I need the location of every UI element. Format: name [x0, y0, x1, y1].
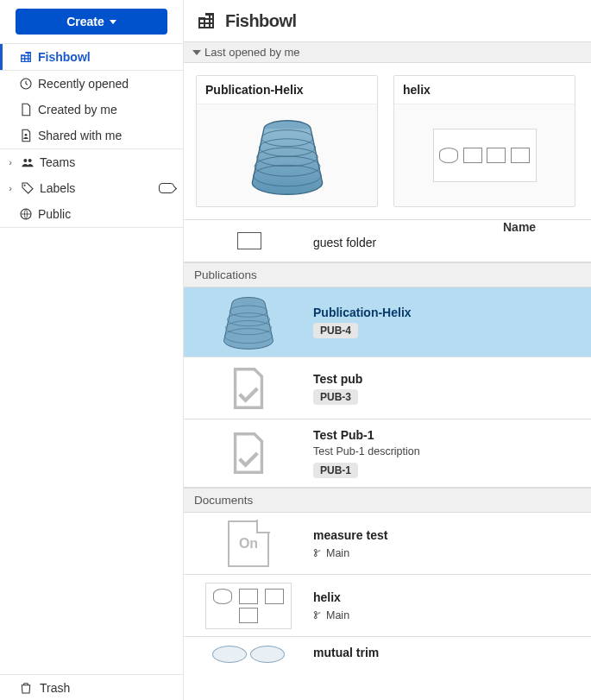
- list-row-folder[interactable]: guest folder: [184, 220, 591, 262]
- helix-icon: [231, 115, 343, 197]
- sidebar-item-label: Shared with me: [38, 129, 122, 142]
- svg-point-18: [314, 554, 317, 557]
- svg-point-17: [314, 549, 317, 552]
- recent-cards: Publication-Helix helix: [184, 63, 591, 219]
- sidebar-spacer: [0, 227, 183, 674]
- svg-point-20: [314, 616, 317, 619]
- sidebar-item-label: Created by me: [38, 103, 117, 117]
- sidebar-item-created-by-me[interactable]: Created by me: [0, 97, 183, 123]
- page-title: Fishbowl: [225, 11, 297, 31]
- people-icon: [21, 155, 35, 169]
- list-row-publication[interactable]: Test pub PUB-3: [184, 357, 591, 419]
- group-header-publications: Publications: [184, 262, 591, 287]
- tag-icon: [21, 181, 35, 195]
- row-badge: PUB-3: [313, 389, 358, 405]
- table-header-row: Name guest folder: [184, 219, 591, 262]
- branch-icon: [313, 548, 323, 558]
- row-badge: PUB-1: [313, 463, 358, 478]
- globe-icon: [19, 207, 33, 221]
- sidebar-item-label: Fishbowl: [38, 50, 91, 64]
- clock-icon: [19, 77, 33, 91]
- row-name: guest folder: [313, 236, 584, 249]
- main-content: Fishbowl Last opened by me Publication-H…: [184, 0, 591, 700]
- sidebar-item-label: Labels: [40, 181, 75, 195]
- row-name: Publication-Helix: [313, 306, 584, 319]
- page-header: Fishbowl: [184, 0, 591, 41]
- sidebar-item-trash[interactable]: Trash: [0, 674, 183, 700]
- sidebar-item-label: Trash: [40, 681, 70, 695]
- sidebar-item-public[interactable]: Public: [0, 201, 183, 227]
- list-row-publication[interactable]: Test Pub-1 Test Pub-1 description PUB-1: [184, 419, 591, 488]
- sidebar-item-label: Teams: [40, 155, 75, 169]
- row-badge: PUB-4: [313, 323, 358, 338]
- row-name: mutual trim: [313, 646, 584, 659]
- nav-list: Fishbowl: [0, 43, 183, 70]
- chevron-right-icon: ›: [5, 183, 16, 193]
- sidebar-item-teams[interactable]: › Teams: [0, 149, 183, 175]
- card-title: Publication-Helix: [197, 76, 377, 104]
- sidebar-item-shared-with-me[interactable]: Shared with me: [0, 123, 183, 148]
- row-description: Test Pub-1 description: [313, 445, 584, 457]
- card-thumbnail: [394, 104, 575, 206]
- svg-point-19: [314, 611, 317, 614]
- nav-list-trash: Trash: [0, 674, 183, 700]
- sidebar-item-labels[interactable]: › Labels: [0, 175, 183, 201]
- recent-card[interactable]: helix: [393, 75, 575, 207]
- card-title: helix: [394, 76, 575, 104]
- section-label: Last opened by me: [204, 46, 300, 59]
- list-row-document[interactable]: On measure test Main: [184, 513, 591, 575]
- row-name: Test Pub-1: [313, 428, 584, 442]
- row-name: measure test: [313, 528, 584, 542]
- svg-point-1: [25, 134, 28, 136]
- label-pill-icon: [159, 183, 174, 193]
- group-header-documents: Documents: [184, 488, 591, 513]
- svg-point-4: [24, 185, 26, 186]
- sidebar-item-fishbowl[interactable]: Fishbowl: [0, 44, 183, 70]
- publication-icon: [230, 368, 267, 409]
- create-button-label: Create: [66, 15, 104, 28]
- sidebar-item-label: Recently opened: [38, 77, 129, 91]
- chevron-down-icon: [192, 50, 201, 55]
- recent-card[interactable]: Publication-Helix: [196, 75, 378, 207]
- folder-icon: [237, 232, 261, 249]
- onshape-doc-icon: On: [228, 520, 269, 567]
- list-row-document[interactable]: helix Main: [184, 575, 591, 637]
- building-icon: [19, 50, 33, 64]
- file-icon: [19, 103, 33, 117]
- building-icon: [196, 10, 217, 31]
- sidebar: Create Fishbowl Recently opened Created …: [0, 0, 184, 700]
- drawing-icon: [433, 129, 537, 182]
- svg-point-2: [23, 159, 27, 162]
- nav-list-2: Recently opened Created by me Shared wit…: [0, 70, 183, 149]
- row-workspace: Main: [313, 547, 584, 559]
- card-thumbnail: [197, 104, 377, 206]
- publication-icon: [230, 432, 267, 474]
- drawing-icon: [205, 583, 292, 629]
- row-workspace: Main: [313, 609, 584, 621]
- section-last-opened[interactable]: Last opened by me: [184, 41, 591, 63]
- nav-list-3: › Teams › Labels Public: [0, 149, 183, 227]
- row-name: Test pub: [313, 372, 584, 386]
- caret-down-icon: [110, 20, 116, 24]
- branch-icon: [313, 610, 323, 620]
- file-user-icon: [19, 129, 33, 142]
- list-row-document[interactable]: mutual trim: [184, 637, 591, 672]
- trash-icon: [19, 681, 33, 695]
- sidebar-item-label: Public: [38, 207, 71, 221]
- sidebar-item-recently-opened[interactable]: Recently opened: [0, 71, 183, 97]
- mutual-trim-icon: [212, 646, 285, 663]
- helix-icon: [216, 293, 281, 351]
- create-button[interactable]: Create: [16, 9, 167, 35]
- svg-point-3: [28, 159, 32, 162]
- chevron-right-icon: ›: [5, 157, 16, 167]
- list-row-publication[interactable]: Publication-Helix PUB-4: [184, 287, 591, 357]
- row-name: helix: [313, 590, 584, 604]
